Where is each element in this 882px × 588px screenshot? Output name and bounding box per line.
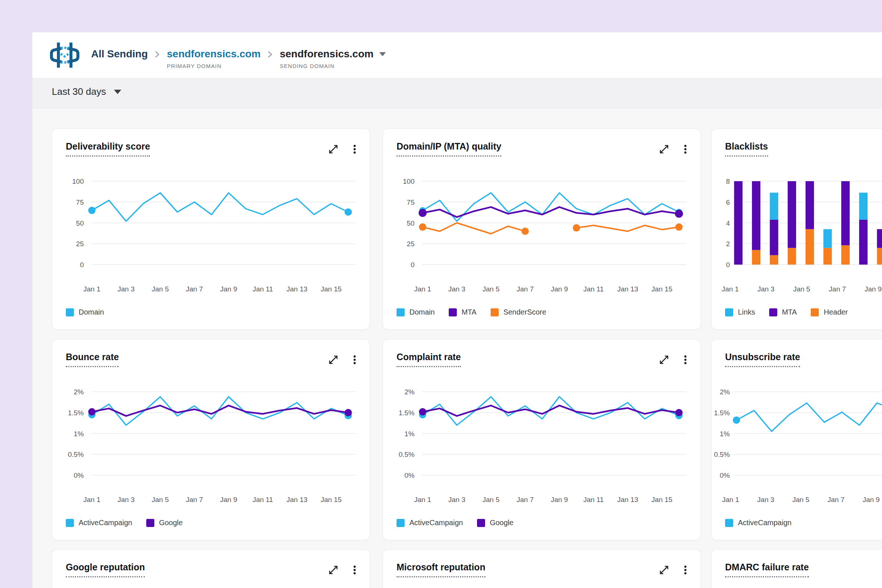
legend-item-mta[interactable]: MTA bbox=[769, 308, 797, 316]
card-unsubscribe-rate: Unsubscribe rate2%1.5%1%0.5%0%Jan 1Jan 3… bbox=[711, 339, 882, 540]
legend-item-activecampaign[interactable]: ActiveCampaign bbox=[66, 519, 132, 527]
legend-swatch-icon bbox=[66, 519, 74, 527]
breadcrumb-primary-domain[interactable]: sendforensics.com PRIMARY DOMAIN bbox=[167, 48, 261, 69]
svg-text:Jan 9: Jan 9 bbox=[862, 496, 879, 504]
card-title-google-reputation[interactable]: Google reputation bbox=[66, 561, 145, 578]
app-panel: All Sending sendforensics.com PRIMARY DO… bbox=[32, 32, 882, 588]
svg-text:Jan 15: Jan 15 bbox=[651, 496, 672, 504]
sending-domain-sublabel: SENDING DOMAIN bbox=[280, 63, 386, 69]
svg-text:Jan 9: Jan 9 bbox=[865, 285, 882, 293]
svg-text:6: 6 bbox=[726, 198, 730, 206]
sendforensics-logo-icon[interactable] bbox=[48, 40, 81, 70]
page: { "colors": { "cyan": "#29B5EC", "purple… bbox=[0, 0, 882, 588]
dropdown-caret-icon bbox=[114, 90, 121, 94]
legend-label: SenderScore bbox=[504, 308, 546, 316]
breadcrumb: All Sending sendforensics.com PRIMARY DO… bbox=[91, 48, 386, 69]
legend-item-mta[interactable]: MTA bbox=[449, 308, 477, 316]
svg-text:Jan 5: Jan 5 bbox=[483, 285, 500, 293]
svg-text:Jan 15: Jan 15 bbox=[321, 496, 341, 504]
svg-text:75: 75 bbox=[76, 198, 84, 206]
breadcrumb-primary-domain-label[interactable]: sendforensics.com bbox=[167, 48, 261, 60]
svg-text:Jan 1: Jan 1 bbox=[722, 496, 739, 504]
legend-item-header[interactable]: Header bbox=[811, 308, 848, 316]
card-title-microsoft-reputation[interactable]: Microsoft reputation bbox=[396, 561, 486, 578]
svg-text:50: 50 bbox=[407, 219, 414, 227]
legend-swatch-icon bbox=[725, 308, 733, 316]
chart-canvas-complaint-rate: 2%1.5%1%0.5%0%Jan 1Jan 3Jan 5Jan 7Jan 9J… bbox=[383, 340, 700, 540]
legend-item-activecampaign[interactable]: ActiveCampaign bbox=[725, 519, 792, 527]
svg-text:Jan 3: Jan 3 bbox=[448, 285, 465, 293]
svg-text:0%: 0% bbox=[405, 471, 415, 479]
svg-text:Jan 15: Jan 15 bbox=[651, 285, 672, 293]
expand-icon[interactable] bbox=[658, 564, 670, 576]
legend-bounce-rate: ActiveCampaignGoogle bbox=[66, 519, 183, 527]
legend-label: Links bbox=[738, 308, 755, 316]
svg-text:Jan 3: Jan 3 bbox=[118, 285, 135, 293]
svg-text:1%: 1% bbox=[720, 430, 730, 438]
svg-text:2%: 2% bbox=[405, 388, 415, 396]
dropdown-caret-icon[interactable] bbox=[379, 52, 386, 56]
svg-text:Jan 9: Jan 9 bbox=[551, 285, 568, 293]
legend-label: MTA bbox=[782, 308, 797, 316]
legend-item-domain[interactable]: Domain bbox=[396, 308, 435, 316]
svg-text:0: 0 bbox=[411, 261, 414, 268]
breadcrumb-sending-domain-label[interactable]: sendforensics.com bbox=[280, 48, 374, 60]
chart-canvas-domain-ip-mta-quality: 1007550250Jan 1Jan 3Jan 5Jan 7Jan 9Jan 1… bbox=[383, 129, 700, 329]
card-domain-ip-mta-quality: Domain/IP (MTA) quality1007550250Jan 1Ja… bbox=[382, 129, 701, 330]
card-title-dmarc-failure-rate[interactable]: DMARC failure rate bbox=[725, 561, 809, 578]
svg-text:Jan 11: Jan 11 bbox=[252, 285, 273, 293]
legend-item-activecampaign[interactable]: ActiveCampaign bbox=[396, 519, 463, 527]
svg-text:Jan 3: Jan 3 bbox=[118, 496, 135, 504]
svg-text:Jan 1: Jan 1 bbox=[414, 285, 431, 293]
card-complaint-rate: Complaint rate2%1.5%1%0.5%0%Jan 1Jan 3Ja… bbox=[382, 339, 701, 540]
legend-swatch-icon bbox=[146, 519, 154, 527]
legend-label: ActiveCampaign bbox=[79, 519, 132, 527]
legend-domain-ip-mta-quality: DomainMTASenderScore bbox=[396, 308, 546, 316]
legend-label: Domain bbox=[79, 308, 104, 316]
breadcrumb-all-sending-label[interactable]: All Sending bbox=[91, 48, 148, 60]
svg-text:2%: 2% bbox=[74, 388, 84, 396]
legend-label: MTA bbox=[462, 308, 477, 316]
svg-text:Jan 7: Jan 7 bbox=[186, 285, 203, 293]
breadcrumb-all-sending[interactable]: All Sending bbox=[91, 48, 148, 60]
svg-text:Jan 3: Jan 3 bbox=[758, 285, 774, 293]
legend-item-domain[interactable]: Domain bbox=[66, 308, 104, 316]
svg-text:Jan 13: Jan 13 bbox=[286, 285, 307, 293]
svg-text:Jan 1: Jan 1 bbox=[722, 285, 739, 293]
svg-text:Jan 7: Jan 7 bbox=[517, 496, 534, 504]
kebab-menu-icon[interactable] bbox=[679, 564, 692, 576]
svg-text:0: 0 bbox=[80, 261, 84, 268]
svg-text:0.5%: 0.5% bbox=[714, 450, 730, 458]
date-range-label[interactable]: Last 30 days bbox=[52, 86, 106, 98]
svg-text:1.5%: 1.5% bbox=[399, 409, 414, 417]
card-bounce-rate: Bounce rate2%1.5%1%0.5%0%Jan 1Jan 3Jan 5… bbox=[52, 339, 370, 540]
filter-bar: Last 30 days bbox=[32, 78, 882, 109]
svg-text:Jan 13: Jan 13 bbox=[617, 496, 638, 504]
legend-item-google[interactable]: Google bbox=[146, 519, 183, 527]
svg-text:Jan 15: Jan 15 bbox=[321, 285, 341, 293]
legend-item-links[interactable]: Links bbox=[725, 308, 755, 316]
legend-deliverability-score: Domain bbox=[66, 308, 104, 316]
card-deliverability-score: Deliverability score1007550250Jan 1Jan 3… bbox=[52, 129, 370, 330]
legend-label: Google bbox=[490, 519, 514, 527]
breadcrumb-sending-domain[interactable]: sendforensics.com SENDING DOMAIN bbox=[280, 48, 386, 69]
legend-item-senderscore[interactable]: SenderScore bbox=[490, 308, 546, 316]
svg-text:Jan 7: Jan 7 bbox=[186, 496, 203, 504]
legend-item-google[interactable]: Google bbox=[477, 519, 514, 527]
svg-text:25: 25 bbox=[76, 240, 84, 248]
svg-text:1%: 1% bbox=[405, 430, 415, 438]
svg-text:Jan 3: Jan 3 bbox=[757, 496, 774, 504]
svg-text:100: 100 bbox=[403, 177, 414, 185]
svg-text:1.5%: 1.5% bbox=[714, 409, 730, 417]
legend-label: ActiveCampaign bbox=[738, 519, 792, 527]
expand-icon[interactable] bbox=[327, 564, 340, 576]
svg-text:Jan 9: Jan 9 bbox=[551, 496, 568, 504]
legend-swatch-icon bbox=[811, 308, 819, 316]
kebab-menu-icon[interactable] bbox=[348, 564, 361, 576]
svg-text:75: 75 bbox=[407, 198, 414, 206]
svg-text:2: 2 bbox=[726, 240, 730, 248]
svg-text:0.5%: 0.5% bbox=[68, 450, 84, 458]
svg-text:0: 0 bbox=[726, 261, 730, 268]
card-dmarc-failure-rate: DMARC failure rate bbox=[711, 549, 882, 588]
date-range-dropdown[interactable]: Last 30 days bbox=[52, 86, 121, 98]
